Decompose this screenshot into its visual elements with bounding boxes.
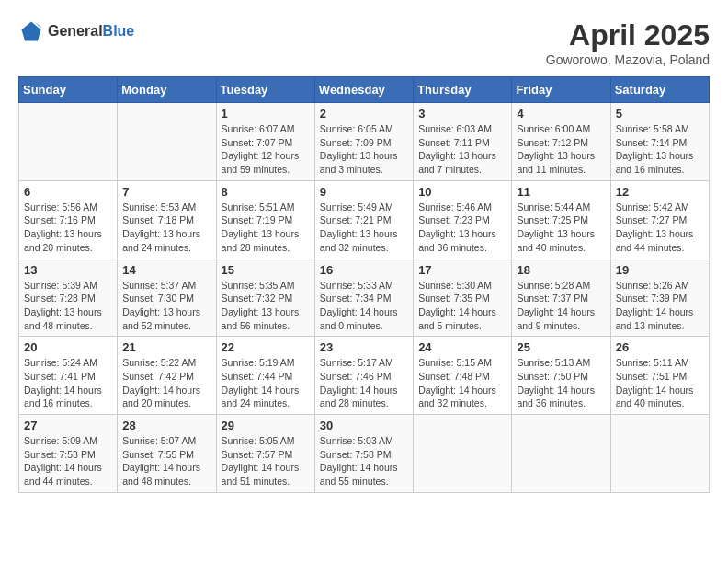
calendar-cell: 4Sunrise: 6:00 AM Sunset: 7:12 PM Daylig… xyxy=(512,103,610,181)
calendar-week-row: 27Sunrise: 5:09 AM Sunset: 7:53 PM Dayli… xyxy=(19,415,710,493)
calendar-cell: 9Sunrise: 5:49 AM Sunset: 7:21 PM Daylig… xyxy=(314,180,413,259)
day-number: 9 xyxy=(320,185,408,199)
day-info: Sunrise: 5:39 AM Sunset: 7:28 PM Dayligh… xyxy=(24,279,112,333)
calendar-cell: 10Sunrise: 5:46 AM Sunset: 7:23 PM Dayli… xyxy=(414,180,512,259)
day-info: Sunrise: 5:17 AM Sunset: 7:46 PM Dayligh… xyxy=(320,356,408,410)
day-number: 28 xyxy=(122,419,210,432)
calendar-cell: 25Sunrise: 5:13 AM Sunset: 7:50 PM Dayli… xyxy=(512,337,610,415)
day-info: Sunrise: 5:19 AM Sunset: 7:44 PM Dayligh… xyxy=(222,356,310,410)
weekday-header: Saturday xyxy=(610,77,709,103)
calendar-cell: 23Sunrise: 5:17 AM Sunset: 7:46 PM Dayli… xyxy=(314,337,413,415)
calendar-cell: 6Sunrise: 5:56 AM Sunset: 7:16 PM Daylig… xyxy=(19,180,118,259)
logo-blue: Blue xyxy=(103,23,135,39)
page-header: GeneralBlue April 2025 Goworowo, Mazovia… xyxy=(18,18,710,67)
day-number: 16 xyxy=(320,263,408,277)
logo-general: General xyxy=(48,23,103,39)
calendar-cell: 5Sunrise: 5:58 AM Sunset: 7:14 PM Daylig… xyxy=(610,103,709,181)
weekday-header: Wednesday xyxy=(314,77,413,103)
day-info: Sunrise: 5:03 AM Sunset: 7:58 PM Dayligh… xyxy=(320,434,408,488)
day-number: 19 xyxy=(616,263,704,277)
calendar-cell: 12Sunrise: 5:42 AM Sunset: 7:27 PM Dayli… xyxy=(610,180,709,259)
day-info: Sunrise: 5:11 AM Sunset: 7:51 PM Dayligh… xyxy=(616,356,704,410)
day-info: Sunrise: 5:56 AM Sunset: 7:16 PM Dayligh… xyxy=(24,201,112,255)
day-info: Sunrise: 5:49 AM Sunset: 7:21 PM Dayligh… xyxy=(320,201,408,255)
day-number: 6 xyxy=(24,185,112,199)
day-info: Sunrise: 5:44 AM Sunset: 7:25 PM Dayligh… xyxy=(517,201,605,255)
calendar-cell: 14Sunrise: 5:37 AM Sunset: 7:30 PM Dayli… xyxy=(118,259,216,337)
day-info: Sunrise: 5:51 AM Sunset: 7:19 PM Dayligh… xyxy=(222,201,310,255)
calendar-cell xyxy=(414,415,512,493)
day-number: 24 xyxy=(418,340,506,354)
day-number: 26 xyxy=(616,340,704,354)
calendar-table: SundayMondayTuesdayWednesdayThursdayFrid… xyxy=(18,76,710,493)
calendar-cell xyxy=(610,415,709,493)
calendar-week-row: 6Sunrise: 5:56 AM Sunset: 7:16 PM Daylig… xyxy=(19,180,710,259)
day-number: 27 xyxy=(24,419,112,432)
weekday-header: Friday xyxy=(512,77,610,103)
day-number: 25 xyxy=(517,340,605,354)
calendar-cell: 19Sunrise: 5:26 AM Sunset: 7:39 PM Dayli… xyxy=(610,259,709,337)
weekday-header: Tuesday xyxy=(216,77,314,103)
day-number: 21 xyxy=(122,340,210,354)
calendar-cell: 30Sunrise: 5:03 AM Sunset: 7:58 PM Dayli… xyxy=(314,415,413,493)
day-number: 12 xyxy=(616,185,704,199)
day-info: Sunrise: 5:42 AM Sunset: 7:27 PM Dayligh… xyxy=(616,201,704,255)
day-info: Sunrise: 5:46 AM Sunset: 7:23 PM Dayligh… xyxy=(418,201,506,255)
calendar-cell: 8Sunrise: 5:51 AM Sunset: 7:19 PM Daylig… xyxy=(216,180,314,259)
calendar-cell: 7Sunrise: 5:53 AM Sunset: 7:18 PM Daylig… xyxy=(118,180,216,259)
calendar-cell xyxy=(19,103,118,181)
day-info: Sunrise: 6:07 AM Sunset: 7:07 PM Dayligh… xyxy=(222,122,310,177)
day-info: Sunrise: 6:00 AM Sunset: 7:12 PM Dayligh… xyxy=(517,122,605,177)
calendar-cell: 1Sunrise: 6:07 AM Sunset: 7:07 PM Daylig… xyxy=(216,103,314,181)
calendar-week-row: 13Sunrise: 5:39 AM Sunset: 7:28 PM Dayli… xyxy=(19,259,710,337)
day-info: Sunrise: 5:30 AM Sunset: 7:35 PM Dayligh… xyxy=(418,279,506,333)
day-number: 4 xyxy=(517,107,605,121)
calendar-cell: 26Sunrise: 5:11 AM Sunset: 7:51 PM Dayli… xyxy=(610,337,709,415)
day-info: Sunrise: 5:58 AM Sunset: 7:14 PM Dayligh… xyxy=(616,122,704,177)
calendar-cell: 17Sunrise: 5:30 AM Sunset: 7:35 PM Dayli… xyxy=(414,259,512,337)
day-number: 5 xyxy=(616,107,704,121)
calendar-header-row: SundayMondayTuesdayWednesdayThursdayFrid… xyxy=(19,77,710,103)
calendar-cell: 24Sunrise: 5:15 AM Sunset: 7:48 PM Dayli… xyxy=(414,337,512,415)
day-number: 18 xyxy=(517,263,605,277)
day-number: 3 xyxy=(418,107,506,121)
day-number: 8 xyxy=(222,185,310,199)
calendar-cell: 28Sunrise: 5:07 AM Sunset: 7:55 PM Dayli… xyxy=(118,415,216,493)
day-number: 7 xyxy=(122,185,210,199)
day-number: 2 xyxy=(320,107,408,121)
day-info: Sunrise: 5:13 AM Sunset: 7:50 PM Dayligh… xyxy=(517,356,605,410)
day-number: 22 xyxy=(222,340,310,354)
calendar-cell: 21Sunrise: 5:22 AM Sunset: 7:42 PM Dayli… xyxy=(118,337,216,415)
day-number: 10 xyxy=(418,185,506,199)
calendar-week-row: 20Sunrise: 5:24 AM Sunset: 7:41 PM Dayli… xyxy=(19,337,710,415)
calendar-cell: 29Sunrise: 5:05 AM Sunset: 7:57 PM Dayli… xyxy=(216,415,314,493)
calendar-cell: 11Sunrise: 5:44 AM Sunset: 7:25 PM Dayli… xyxy=(512,180,610,259)
day-info: Sunrise: 5:15 AM Sunset: 7:48 PM Dayligh… xyxy=(418,356,506,410)
calendar-cell: 18Sunrise: 5:28 AM Sunset: 7:37 PM Dayli… xyxy=(512,259,610,337)
day-number: 20 xyxy=(24,340,112,354)
day-info: Sunrise: 5:24 AM Sunset: 7:41 PM Dayligh… xyxy=(24,356,112,410)
day-number: 30 xyxy=(320,419,408,432)
day-info: Sunrise: 5:05 AM Sunset: 7:57 PM Dayligh… xyxy=(222,434,310,488)
day-number: 13 xyxy=(24,263,112,277)
weekday-header: Sunday xyxy=(19,77,118,103)
calendar-cell xyxy=(118,103,216,181)
day-number: 15 xyxy=(222,263,310,277)
calendar-cell: 3Sunrise: 6:03 AM Sunset: 7:11 PM Daylig… xyxy=(414,103,512,181)
calendar-cell: 22Sunrise: 5:19 AM Sunset: 7:44 PM Dayli… xyxy=(216,337,314,415)
day-number: 29 xyxy=(222,419,310,432)
calendar-cell: 20Sunrise: 5:24 AM Sunset: 7:41 PM Dayli… xyxy=(19,337,118,415)
day-info: Sunrise: 5:53 AM Sunset: 7:18 PM Dayligh… xyxy=(122,201,210,255)
calendar-cell: 13Sunrise: 5:39 AM Sunset: 7:28 PM Dayli… xyxy=(19,259,118,337)
day-info: Sunrise: 5:26 AM Sunset: 7:39 PM Dayligh… xyxy=(616,279,704,333)
logo-icon xyxy=(18,18,44,44)
day-info: Sunrise: 6:03 AM Sunset: 7:11 PM Dayligh… xyxy=(418,122,506,177)
calendar-cell: 2Sunrise: 6:05 AM Sunset: 7:09 PM Daylig… xyxy=(314,103,413,181)
calendar-cell xyxy=(512,415,610,493)
day-info: Sunrise: 5:28 AM Sunset: 7:37 PM Dayligh… xyxy=(517,279,605,333)
day-info: Sunrise: 5:35 AM Sunset: 7:32 PM Dayligh… xyxy=(222,279,310,333)
day-info: Sunrise: 6:05 AM Sunset: 7:09 PM Dayligh… xyxy=(320,122,408,177)
title-block: April 2025 Goworowo, Mazovia, Poland xyxy=(546,18,710,67)
weekday-header: Thursday xyxy=(414,77,512,103)
day-info: Sunrise: 5:33 AM Sunset: 7:34 PM Dayligh… xyxy=(320,279,408,333)
